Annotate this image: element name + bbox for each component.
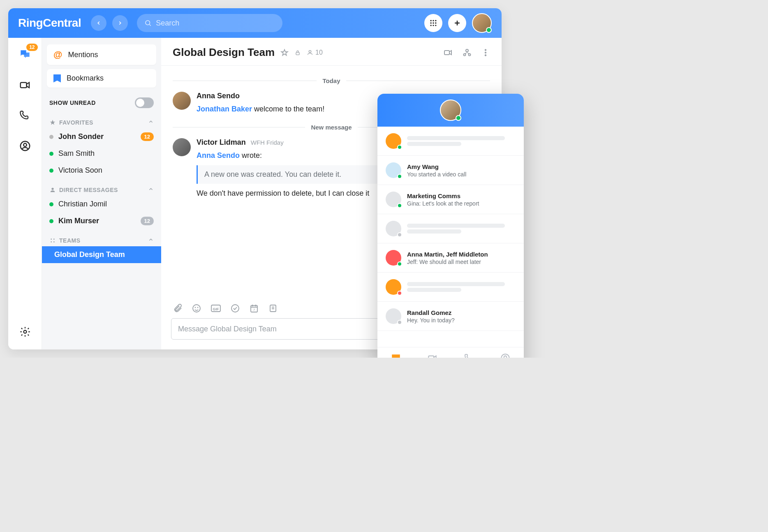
presence-dot xyxy=(49,202,53,206)
mini-conversation[interactable] xyxy=(377,214,524,243)
svg-point-33 xyxy=(231,305,239,312)
svg-point-39 xyxy=(504,356,507,358)
rail-video[interactable] xyxy=(17,77,33,93)
back-button[interactable] xyxy=(91,15,106,31)
video-icon xyxy=(19,79,31,91)
rail-phone[interactable] xyxy=(17,108,33,123)
svg-text:7: 7 xyxy=(253,308,255,312)
mini-conversation[interactable]: Randall GomezHey. You in today? xyxy=(377,302,524,331)
show-unread-toggle[interactable] xyxy=(135,97,154,108)
mini-list[interactable]: Amy WangYou started a video callMarketin… xyxy=(377,127,524,347)
members-icon[interactable] xyxy=(462,48,472,58)
message-avatar[interactable] xyxy=(173,138,191,156)
user-mention[interactable]: Anna Sendo xyxy=(197,151,240,160)
sidebar-item[interactable]: Kim Murser12 xyxy=(47,213,156,229)
favorite-star[interactable] xyxy=(280,49,289,57)
presence-dot xyxy=(49,169,53,173)
presence-dot xyxy=(49,219,53,223)
mini-tab-chat[interactable] xyxy=(391,353,401,358)
svg-point-30 xyxy=(198,308,198,308)
mini-footer xyxy=(377,347,524,358)
member-count[interactable]: 10 xyxy=(307,49,323,56)
sidebar-item[interactable]: John Sonder12 xyxy=(47,128,156,145)
mini-subtitle: Hey. You in today? xyxy=(407,317,516,324)
sidebar-item-label: Sam Smith xyxy=(58,149,95,158)
rail-messages[interactable]: 12 xyxy=(17,47,33,62)
mini-body: Marketing CommsGina: Let's look at the r… xyxy=(407,192,516,207)
rail-contacts[interactable] xyxy=(17,138,33,154)
mini-avatar xyxy=(386,162,401,178)
svg-point-9 xyxy=(435,25,436,26)
svg-point-26 xyxy=(485,52,486,53)
search-bar[interactable] xyxy=(137,14,282,32)
more-icon[interactable] xyxy=(481,48,490,57)
presence-dot xyxy=(49,152,53,156)
dialpad-button[interactable] xyxy=(424,14,442,32)
favorites-header: FAVORITES xyxy=(59,119,93,126)
svg-point-7 xyxy=(430,25,432,26)
mini-conversation[interactable]: Marketing CommsGina: Let's look at the r… xyxy=(377,185,524,214)
emoji-icon[interactable] xyxy=(192,303,201,313)
sidebar-item[interactable]: Christian Jomil xyxy=(47,196,156,213)
chevron-up-icon xyxy=(148,237,154,243)
team-icon xyxy=(49,237,56,244)
mini-header xyxy=(377,94,524,127)
bookmark-icon xyxy=(53,74,61,83)
brand-logo: RingCentral xyxy=(18,16,81,30)
mini-avatar xyxy=(386,308,401,324)
attach-icon[interactable] xyxy=(173,303,183,313)
user-mention[interactable]: Jonathan Baker xyxy=(197,105,252,113)
teams-collapse[interactable] xyxy=(148,237,154,244)
sidebar-item[interactable]: Sam Smith xyxy=(47,145,156,162)
search-icon xyxy=(144,19,152,27)
plus-icon xyxy=(453,19,461,27)
calendar-icon[interactable]: 7 xyxy=(249,303,259,313)
presence-dot xyxy=(397,291,402,296)
sidebar-item[interactable]: Global Design Team xyxy=(42,246,161,263)
sidebar-item[interactable]: Victoria Soon xyxy=(47,162,156,179)
chat-title: Global Design Team xyxy=(173,46,275,59)
author-status: WFH Friday xyxy=(251,139,284,146)
sidebar-item-label: Christian Jomil xyxy=(58,200,107,208)
mini-avatar[interactable] xyxy=(440,99,461,121)
note-icon[interactable] xyxy=(268,303,278,313)
start-video-icon[interactable] xyxy=(443,48,453,58)
message-avatar[interactable] xyxy=(173,92,191,110)
mini-body: Amy WangYou started a video call xyxy=(407,163,516,178)
profile-avatar[interactable] xyxy=(472,13,492,33)
rail-settings[interactable] xyxy=(17,324,33,340)
mini-tab-video[interactable] xyxy=(427,353,438,358)
svg-text:GIF: GIF xyxy=(213,307,220,311)
svg-point-5 xyxy=(433,22,434,23)
mentions-label: Mentions xyxy=(68,51,98,59)
chevron-up-icon xyxy=(148,186,154,192)
mini-conversation[interactable]: Anna Martin, Jeff MiddletonJeff: We shou… xyxy=(377,243,524,273)
mini-conversation[interactable] xyxy=(377,127,524,156)
favorites-collapse[interactable] xyxy=(148,119,154,126)
mini-tab-phone[interactable] xyxy=(464,353,474,358)
gif-icon[interactable]: GIF xyxy=(211,303,221,313)
presence-indicator xyxy=(456,115,461,121)
mini-body xyxy=(407,134,516,148)
svg-point-27 xyxy=(485,54,486,56)
svg-rect-21 xyxy=(444,51,449,55)
new-button[interactable] xyxy=(448,14,466,32)
mini-conversation[interactable] xyxy=(377,273,524,302)
sidebar-mentions[interactable]: @ Mentions xyxy=(47,44,156,65)
sidebar-item-label: John Sonder xyxy=(58,132,104,141)
sidebar-bookmarks[interactable]: Bookmarks xyxy=(47,69,156,88)
lock-icon xyxy=(294,49,301,56)
sidebar-item-label: Kim Murser xyxy=(58,217,99,225)
mini-conversation[interactable]: Amy WangYou started a video call xyxy=(377,156,524,185)
task-icon[interactable] xyxy=(230,303,240,313)
search-input[interactable] xyxy=(156,19,275,28)
forward-button[interactable] xyxy=(112,15,128,31)
svg-point-0 xyxy=(146,21,150,25)
dms-collapse[interactable] xyxy=(148,186,154,193)
dms-list: Christian JomilKim Murser12 xyxy=(47,196,156,229)
dialpad-icon xyxy=(429,19,437,27)
svg-point-12 xyxy=(23,143,27,147)
svg-point-3 xyxy=(435,20,436,21)
svg-point-6 xyxy=(435,22,436,23)
mini-tab-contacts[interactable] xyxy=(500,353,511,358)
